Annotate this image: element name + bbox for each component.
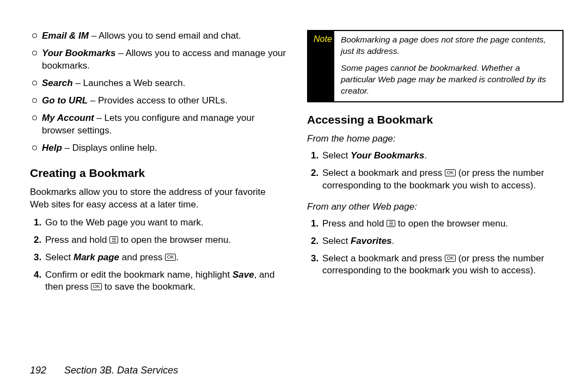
right-column: Note Bookmarking a page does not store t… xyxy=(307,30,564,302)
step: Select Mark page and press OK. xyxy=(44,252,286,264)
list-item: Go to URL – Provides access to other URL… xyxy=(30,95,286,107)
step: Press and hold to open the browser menu. xyxy=(321,218,564,230)
note-body: Bookmarking a page does not store the pa… xyxy=(334,31,562,101)
list-item: Search – Launches a Web search. xyxy=(30,77,286,90)
note-text: Bookmarking a page does not store the pa… xyxy=(341,34,557,57)
manual-page: Email & IM – Allows you to send email an… xyxy=(0,0,588,302)
term: Help xyxy=(42,143,62,153)
from-other-subhead: From any other Web page: xyxy=(307,201,564,213)
intro-text: Bookmarks allow you to store the address… xyxy=(30,186,286,211)
step: Go to the Web page you want to mark. xyxy=(44,217,286,229)
term: My Account xyxy=(42,113,94,123)
note-box: Note Bookmarking a page does not store t… xyxy=(307,30,564,102)
access-home-steps: Select Your Bookmarks. Select a bookmark… xyxy=(307,150,564,192)
term: Your Bookmarks xyxy=(42,48,115,58)
creating-bookmark-heading: Creating a Bookmark xyxy=(30,166,286,181)
accessing-bookmark-heading: Accessing a Bookmark xyxy=(307,112,564,127)
list-item: Email & IM – Allows you to send email an… xyxy=(30,30,286,42)
desc: – Launches a Web search. xyxy=(73,78,186,88)
step: Select Your Bookmarks. xyxy=(321,150,564,162)
list-item: Help – Displays online help. xyxy=(30,142,286,155)
page-footer: 192 Section 3B. Data Services xyxy=(30,364,178,377)
ok-key-icon: OK xyxy=(165,254,176,261)
note-text: Some pages cannot be bookmarked. Whether… xyxy=(341,63,557,97)
page-number: 192 xyxy=(30,365,46,376)
term: Email & IM xyxy=(42,30,89,41)
desc: – Allows you to send email and chat. xyxy=(89,30,241,41)
step: Select Favorites. xyxy=(321,235,564,248)
step: Select a bookmark and press OK (or press… xyxy=(321,253,564,278)
term: Search xyxy=(42,78,73,88)
menu-icon xyxy=(109,236,118,243)
from-home-subhead: From the home page: xyxy=(307,133,564,145)
step: Select a bookmark and press OK (or press… xyxy=(321,167,564,192)
ok-key-icon: OK xyxy=(445,255,456,262)
ok-key-icon: OK xyxy=(91,283,102,290)
ok-key-icon: OK xyxy=(445,169,456,176)
section-title: Section 3B. Data Services xyxy=(64,365,178,376)
left-column: Email & IM – Allows you to send email an… xyxy=(30,30,286,302)
desc: – Displays online help. xyxy=(62,143,157,153)
desc: – Provides access to other URLs. xyxy=(88,95,228,106)
term: Go to URL xyxy=(42,95,88,106)
note-label: Note xyxy=(308,31,334,101)
step: Confirm or edit the bookmark name, highl… xyxy=(44,269,286,294)
access-other-steps: Press and hold to open the browser menu.… xyxy=(307,218,564,278)
menu-icon xyxy=(387,220,395,227)
list-item: My Account – Lets you configure and mana… xyxy=(30,112,286,137)
feature-list: Email & IM – Allows you to send email an… xyxy=(30,30,286,155)
create-steps: Go to the Web page you want to mark. Pre… xyxy=(30,217,286,294)
step: Press and hold to open the browser menu. xyxy=(44,234,286,247)
list-item: Your Bookmarks – Allows you to access an… xyxy=(30,47,286,72)
